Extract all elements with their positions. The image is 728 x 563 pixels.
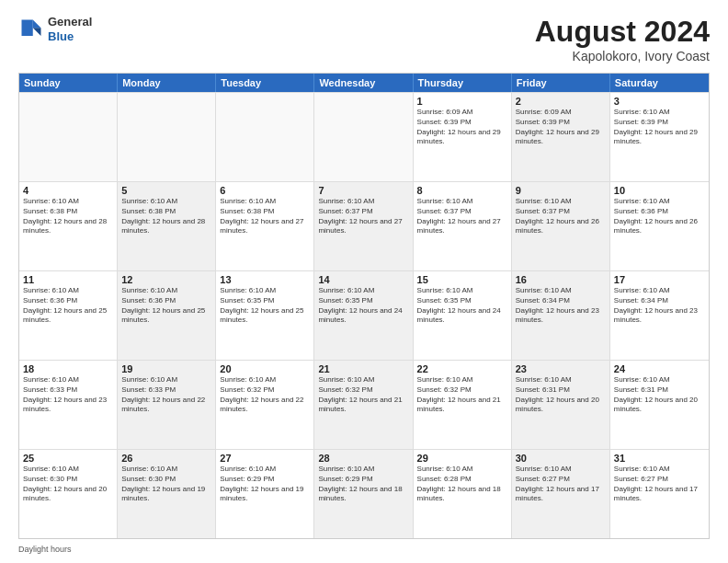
day-number: 2	[516, 96, 606, 107]
cell-info: Sunrise: 6:10 AMSunset: 6:28 PMDaylight:…	[417, 465, 507, 504]
day-number: 3	[614, 96, 705, 107]
cell-info: Sunrise: 6:10 AMSunset: 6:38 PMDaylight:…	[121, 197, 211, 236]
day-number: 10	[614, 185, 705, 196]
calendar-row: 1Sunrise: 6:09 AMSunset: 6:39 PMDaylight…	[19, 92, 709, 181]
calendar-cell	[216, 93, 314, 181]
title-block: August 2024 Kapolokoro, Ivory Coast	[535, 15, 710, 63]
calendar-header-cell: Monday	[118, 74, 216, 92]
calendar-cell: 20Sunrise: 6:10 AMSunset: 6:32 PMDayligh…	[216, 361, 314, 449]
calendar-cell: 8Sunrise: 6:10 AMSunset: 6:37 PMDaylight…	[414, 182, 512, 270]
day-number: 9	[516, 185, 606, 196]
day-number: 26	[121, 453, 211, 464]
cell-info: Sunrise: 6:10 AMSunset: 6:33 PMDaylight:…	[121, 375, 211, 415]
calendar-cell: 22Sunrise: 6:10 AMSunset: 6:32 PMDayligh…	[414, 361, 512, 449]
cell-info: Sunrise: 6:10 AMSunset: 6:38 PMDaylight:…	[23, 197, 113, 236]
calendar-header-cell: Saturday	[610, 74, 709, 92]
cell-info: Sunrise: 6:10 AMSunset: 6:34 PMDaylight:…	[516, 286, 606, 326]
day-number: 30	[516, 453, 606, 464]
calendar-row: 11Sunrise: 6:10 AMSunset: 6:36 PMDayligh…	[19, 270, 709, 360]
calendar-cell: 2Sunrise: 6:09 AMSunset: 6:39 PMDaylight…	[512, 93, 610, 181]
day-number: 12	[121, 274, 211, 285]
calendar-cell: 31Sunrise: 6:10 AMSunset: 6:27 PMDayligh…	[610, 450, 709, 538]
day-number: 27	[220, 453, 310, 464]
calendar-cell: 24Sunrise: 6:10 AMSunset: 6:31 PMDayligh…	[610, 361, 709, 449]
calendar-cell: 14Sunrise: 6:10 AMSunset: 6:35 PMDayligh…	[314, 271, 413, 360]
calendar-cell: 28Sunrise: 6:10 AMSunset: 6:29 PMDayligh…	[314, 450, 413, 538]
cell-info: Sunrise: 6:10 AMSunset: 6:35 PMDaylight:…	[318, 286, 408, 326]
header: General Blue August 2024 Kapolokoro, Ivo…	[18, 15, 710, 63]
day-number: 23	[516, 363, 606, 374]
calendar-cell: 4Sunrise: 6:10 AMSunset: 6:38 PMDaylight…	[19, 182, 118, 270]
cell-info: Sunrise: 6:10 AMSunset: 6:36 PMDaylight:…	[23, 286, 113, 326]
calendar-cell: 5Sunrise: 6:10 AMSunset: 6:38 PMDaylight…	[118, 182, 216, 270]
calendar-cell: 16Sunrise: 6:10 AMSunset: 6:34 PMDayligh…	[512, 271, 610, 360]
calendar-cell: 30Sunrise: 6:10 AMSunset: 6:27 PMDayligh…	[512, 450, 610, 538]
cell-info: Sunrise: 6:10 AMSunset: 6:32 PMDaylight:…	[417, 375, 507, 415]
calendar-cell: 19Sunrise: 6:10 AMSunset: 6:33 PMDayligh…	[118, 361, 216, 449]
cell-info: Sunrise: 6:10 AMSunset: 6:32 PMDaylight:…	[318, 375, 408, 415]
calendar-row: 18Sunrise: 6:10 AMSunset: 6:33 PMDayligh…	[19, 360, 709, 449]
calendar-cell: 10Sunrise: 6:10 AMSunset: 6:36 PMDayligh…	[610, 182, 709, 270]
day-number: 4	[23, 185, 113, 196]
calendar-header-cell: Thursday	[414, 74, 512, 92]
cell-info: Sunrise: 6:10 AMSunset: 6:35 PMDaylight:…	[417, 286, 507, 326]
calendar-cell: 25Sunrise: 6:10 AMSunset: 6:30 PMDayligh…	[19, 450, 118, 538]
logo-text: General Blue	[48, 15, 92, 43]
day-number: 8	[417, 185, 507, 196]
cell-info: Sunrise: 6:10 AMSunset: 6:32 PMDaylight:…	[220, 375, 310, 415]
cell-info: Sunrise: 6:10 AMSunset: 6:31 PMDaylight:…	[614, 375, 705, 415]
cell-info: Sunrise: 6:10 AMSunset: 6:29 PMDaylight:…	[220, 465, 310, 504]
day-number: 19	[121, 363, 211, 374]
calendar-cell	[118, 93, 216, 181]
day-number: 16	[516, 274, 606, 285]
calendar-cell: 15Sunrise: 6:10 AMSunset: 6:35 PMDayligh…	[414, 271, 512, 360]
calendar-cell	[19, 93, 118, 181]
svg-marker-0	[33, 19, 41, 28]
cell-info: Sunrise: 6:10 AMSunset: 6:30 PMDaylight:…	[23, 465, 113, 504]
cell-info: Sunrise: 6:10 AMSunset: 6:36 PMDaylight:…	[614, 197, 705, 236]
cell-info: Sunrise: 6:10 AMSunset: 6:36 PMDaylight:…	[121, 286, 211, 326]
day-number: 28	[318, 453, 408, 464]
calendar-cell: 23Sunrise: 6:10 AMSunset: 6:31 PMDayligh…	[512, 361, 610, 449]
calendar-cell: 9Sunrise: 6:10 AMSunset: 6:37 PMDaylight…	[512, 182, 610, 270]
calendar-cell: 3Sunrise: 6:10 AMSunset: 6:39 PMDaylight…	[610, 93, 709, 181]
calendar-header: SundayMondayTuesdayWednesdayThursdayFrid…	[19, 74, 709, 92]
calendar-cell: 12Sunrise: 6:10 AMSunset: 6:36 PMDayligh…	[118, 271, 216, 360]
calendar-cell: 11Sunrise: 6:10 AMSunset: 6:36 PMDayligh…	[19, 271, 118, 360]
day-number: 20	[220, 363, 310, 374]
cell-info: Sunrise: 6:10 AMSunset: 6:34 PMDaylight:…	[614, 286, 705, 326]
footer-note: Daylight hours	[18, 543, 710, 554]
calendar-row: 25Sunrise: 6:10 AMSunset: 6:30 PMDayligh…	[19, 449, 709, 538]
day-number: 6	[220, 185, 310, 196]
day-number: 15	[417, 274, 507, 285]
calendar-header-cell: Friday	[512, 74, 610, 92]
cell-info: Sunrise: 6:10 AMSunset: 6:37 PMDaylight:…	[318, 197, 408, 236]
cell-info: Sunrise: 6:09 AMSunset: 6:39 PMDaylight:…	[417, 108, 507, 147]
day-number: 31	[614, 453, 705, 464]
day-number: 29	[417, 453, 507, 464]
sub-title: Kapolokoro, Ivory Coast	[535, 49, 710, 63]
cell-info: Sunrise: 6:09 AMSunset: 6:39 PMDaylight:…	[516, 108, 606, 147]
day-number: 21	[318, 363, 408, 374]
calendar-header-cell: Wednesday	[314, 74, 413, 92]
day-number: 25	[23, 453, 113, 464]
calendar-header-cell: Tuesday	[216, 74, 314, 92]
cell-info: Sunrise: 6:10 AMSunset: 6:31 PMDaylight:…	[516, 375, 606, 415]
calendar-cell: 7Sunrise: 6:10 AMSunset: 6:37 PMDaylight…	[314, 182, 413, 270]
calendar-header-cell: Sunday	[19, 74, 118, 92]
logo-blue: Blue	[48, 29, 92, 44]
cell-info: Sunrise: 6:10 AMSunset: 6:37 PMDaylight:…	[516, 197, 606, 236]
svg-marker-1	[33, 28, 41, 36]
day-number: 13	[220, 274, 310, 285]
logo-general: General	[48, 15, 92, 29]
calendar-cell: 6Sunrise: 6:10 AMSunset: 6:38 PMDaylight…	[216, 182, 314, 270]
calendar-cell: 29Sunrise: 6:10 AMSunset: 6:28 PMDayligh…	[414, 450, 512, 538]
calendar-cell: 27Sunrise: 6:10 AMSunset: 6:29 PMDayligh…	[216, 450, 314, 538]
day-number: 17	[614, 274, 705, 285]
cell-info: Sunrise: 6:10 AMSunset: 6:27 PMDaylight:…	[516, 465, 606, 504]
cell-info: Sunrise: 6:10 AMSunset: 6:35 PMDaylight:…	[220, 286, 310, 326]
calendar-cell	[314, 93, 413, 181]
cell-info: Sunrise: 6:10 AMSunset: 6:38 PMDaylight:…	[220, 197, 310, 236]
calendar-cell: 26Sunrise: 6:10 AMSunset: 6:30 PMDayligh…	[118, 450, 216, 538]
day-number: 24	[614, 363, 705, 374]
